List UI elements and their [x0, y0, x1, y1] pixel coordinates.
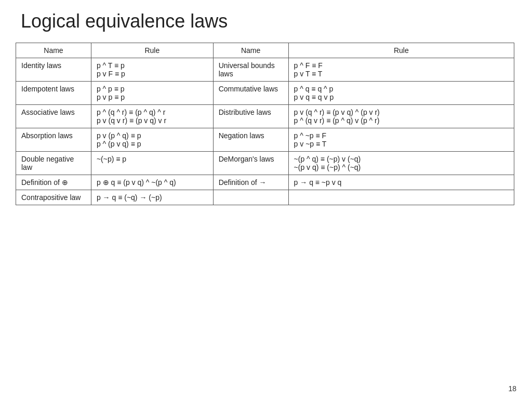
cell-rule2: p ^ q ≡ q ^ p p v q ≡ q v p — [288, 82, 514, 105]
header-row: Name Rule Name Rule — [16, 43, 514, 58]
cell-name1: Idempotent laws — [16, 82, 91, 105]
page-number: 18 — [508, 384, 516, 393]
cell-name2: Commutative laws — [213, 82, 288, 105]
cell-rule2: p ^ F ≡ F p v T ≡ T — [288, 58, 514, 82]
cell-rule2 — [288, 190, 514, 205]
cell-name1: Double negative law — [16, 152, 91, 175]
cell-rule1: p ^ T ≡ p p v F ≡ p — [91, 58, 213, 82]
table-row: Absorption lawsp v (p ^ q) ≡ p p ^ (p v … — [16, 128, 514, 152]
cell-name2: Distributive laws — [213, 105, 288, 128]
cell-name2: Universal bounds laws — [213, 58, 288, 82]
cell-name2: Definition of → — [213, 175, 288, 190]
cell-rule1: p ⊕ q ≡ (p v q) ^ ~(p ^ q) — [91, 175, 213, 190]
table-row: Associative lawsp ^ (q ^ r) ≡ (p ^ q) ^ … — [16, 105, 514, 128]
cell-rule2: p → q ≡ ~p v q — [288, 175, 514, 190]
cell-rule1: p ^ (q ^ r) ≡ (p ^ q) ^ r p v (q v r) ≡ … — [91, 105, 213, 128]
page-title: Logical equivalence laws — [16, 10, 516, 32]
table-row: Identity lawsp ^ T ≡ p p v F ≡ pUniversa… — [16, 58, 514, 82]
header-name2: Name — [213, 43, 288, 58]
cell-name2: DeMorgan's laws — [213, 152, 288, 175]
table-row: Idempotent lawsp ^ p ≡ p p v p ≡ pCommut… — [16, 82, 514, 105]
page: Logical equivalence laws Name Rule Name … — [0, 0, 532, 399]
cell-rule1: p ^ p ≡ p p v p ≡ p — [91, 82, 213, 105]
equivalence-table: Name Rule Name Rule Identity lawsp ^ T ≡… — [16, 43, 514, 205]
cell-rule1: p → q ≡ (~q) → (~p) — [91, 190, 213, 205]
cell-rule1: ~(~p) ≡ p — [91, 152, 213, 175]
cell-name1: Definition of ⊕ — [16, 175, 91, 190]
cell-name1: Associative laws — [16, 105, 91, 128]
table-row: Definition of ⊕p ⊕ q ≡ (p v q) ^ ~(p ^ q… — [16, 175, 514, 190]
cell-name1: Identity laws — [16, 58, 91, 82]
cell-name2 — [213, 190, 288, 205]
cell-rule2: ~(p ^ q) ≡ (~p) v (~q) ~(p v q) ≡ (~p) ^… — [288, 152, 514, 175]
cell-rule2: p v (q ^ r) ≡ (p v q) ^ (p v r) p ^ (q v… — [288, 105, 514, 128]
cell-rule1: p v (p ^ q) ≡ p p ^ (p v q) ≡ p — [91, 128, 213, 152]
header-rule2: Rule — [288, 43, 514, 58]
table-row: Contrapositive lawp → q ≡ (~q) → (~p) — [16, 190, 514, 205]
cell-name2: Negation laws — [213, 128, 288, 152]
table-row: Double negative law~(~p) ≡ pDeMorgan's l… — [16, 152, 514, 175]
cell-name1: Contrapositive law — [16, 190, 91, 205]
header-name1: Name — [16, 43, 91, 58]
cell-name1: Absorption laws — [16, 128, 91, 152]
cell-rule2: p ^ ~p ≡ F p v ~p ≡ T — [288, 128, 514, 152]
header-rule1: Rule — [91, 43, 213, 58]
